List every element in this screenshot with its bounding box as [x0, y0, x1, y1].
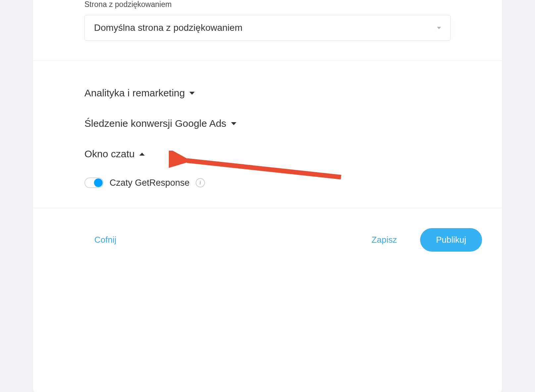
info-icon[interactable]: i — [196, 178, 205, 187]
chevron-down-icon — [231, 122, 236, 125]
analytics-remarketing-title: Analityka i remarketing — [84, 87, 185, 99]
chevron-up-icon — [139, 153, 145, 156]
thank-you-page-label: Strona z podziękowaniem — [84, 0, 451, 9]
publish-button[interactable]: Publikuj — [420, 228, 482, 252]
thank-you-page-selected-value: Domyślna strona z podziękowaniem — [94, 23, 242, 33]
undo-button[interactable]: Cofnij — [84, 229, 126, 251]
google-ads-tracking-toggle[interactable]: Śledzenie konwersji Google Ads — [84, 118, 451, 129]
chevron-down-icon — [189, 92, 195, 95]
toggle-knob — [94, 178, 103, 187]
save-button[interactable]: Zapisz — [362, 229, 407, 251]
getresponse-chats-toggle[interactable] — [84, 177, 104, 188]
chevron-down-icon — [437, 27, 441, 29]
chat-window-title: Okno czatu — [84, 148, 135, 160]
getresponse-chats-label: Czaty GetResponse — [110, 178, 190, 188]
footer-actions: Cofnij Zapisz Publikuj — [33, 208, 502, 271]
advanced-sections: Analityka i remarketing Śledzenie konwer… — [33, 61, 502, 208]
thank-you-page-section: Strona z podziękowaniem Domyślna strona … — [33, 0, 502, 61]
getresponse-chats-row: Czaty GetResponse i — [84, 177, 451, 188]
thank-you-page-select[interactable]: Domyślna strona z podziękowaniem — [84, 15, 451, 41]
analytics-remarketing-toggle[interactable]: Analityka i remarketing — [84, 87, 451, 99]
google-ads-tracking-title: Śledzenie konwersji Google Ads — [84, 118, 226, 129]
chat-window-toggle[interactable]: Okno czatu — [84, 148, 451, 160]
settings-panel: Strona z podziękowaniem Domyślna strona … — [33, 0, 502, 392]
